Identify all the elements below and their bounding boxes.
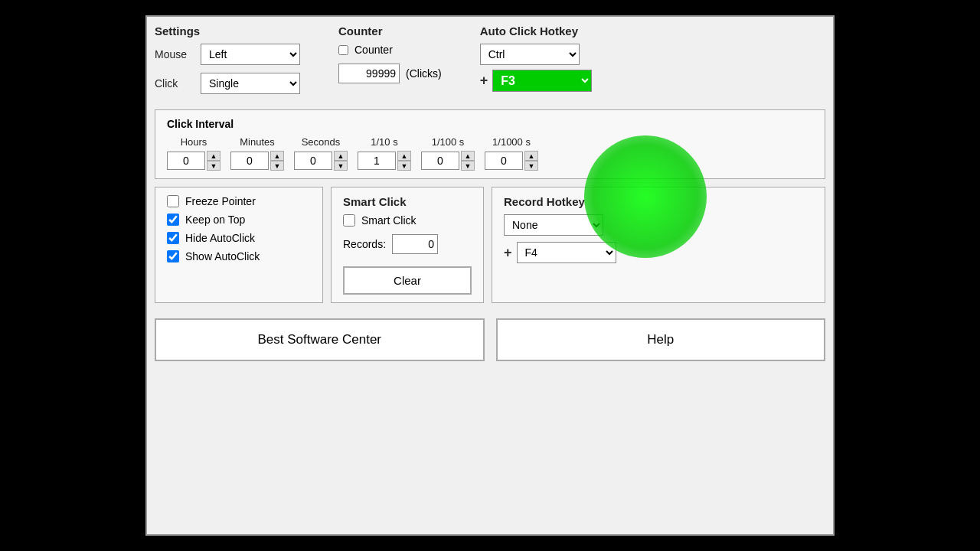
hotkey-modifier-select[interactable]: None Ctrl Alt Shift <box>480 44 580 65</box>
seconds-label: Seconds <box>302 136 341 148</box>
clicks-unit: (Clicks) <box>406 67 442 80</box>
hundredth-input[interactable] <box>421 152 459 170</box>
auto-click-hotkey-title: Auto Click Hotkey <box>480 24 593 37</box>
hotkey-key-select[interactable]: F1F2F3 F4F5F6 <box>492 70 592 92</box>
minutes-up-btn[interactable]: ▲ <box>270 151 284 161</box>
click-interval-label: Click Interval <box>167 118 813 130</box>
tenth-label: 1/10 s <box>371 136 397 148</box>
show-autoclicker-checkbox[interactable] <box>167 250 179 262</box>
settings-title: Settings <box>155 24 300 37</box>
click-interval-section: Click Interval Hours ▲ ▼ Minutes <box>155 109 825 179</box>
counter-section: Counter Counter 99999 (Clicks) <box>338 24 442 102</box>
hide-autoclicker-checkbox[interactable] <box>167 232 179 244</box>
click-select[interactable]: Single Double <box>201 73 300 94</box>
plus-sign: + <box>480 73 488 89</box>
record-hotkey-title: Record Hotkey <box>504 195 813 208</box>
thousandth-up-btn[interactable]: ▲ <box>524 151 538 161</box>
app-window: Settings Mouse Left Right Middle Click S… <box>145 15 835 536</box>
seconds-input[interactable] <box>294 152 332 170</box>
tenth-input[interactable] <box>358 152 396 170</box>
records-input[interactable] <box>392 234 438 254</box>
smart-click-label: Smart Click <box>361 214 416 227</box>
seconds-up-btn[interactable]: ▲ <box>334 151 348 161</box>
minutes-input[interactable] <box>230 152 269 170</box>
freeze-pointer-checkbox[interactable] <box>167 195 179 207</box>
keep-on-top-checkbox[interactable] <box>167 214 179 226</box>
thousandth-down-btn[interactable]: ▼ <box>524 161 538 171</box>
smart-click-checkbox[interactable] <box>343 214 355 227</box>
hundredth-down-btn[interactable]: ▼ <box>461 161 475 171</box>
keep-on-top-label: Keep on Top <box>185 214 245 226</box>
mouse-select[interactable]: Left Right Middle <box>201 44 300 65</box>
auto-click-hotkey-section: Auto Click Hotkey None Ctrl Alt Shift + … <box>480 24 593 102</box>
settings-section: Settings Mouse Left Right Middle Click S… <box>155 24 300 102</box>
hide-autoclicker-label: Hide AutoClick <box>185 232 255 244</box>
mouse-label: Mouse <box>155 48 193 60</box>
best-software-center-button[interactable]: Best Software Center <box>155 318 485 361</box>
hours-label: Hours <box>181 136 207 148</box>
record-modifier-select[interactable]: None Ctrl Alt Shift <box>504 214 603 236</box>
clicks-input[interactable]: 99999 <box>338 64 400 83</box>
hours-up-btn[interactable]: ▲ <box>207 151 220 161</box>
smart-click-section: Smart Click Smart Click Records: Clear <box>331 187 484 303</box>
hundredth-label: 1/100 s <box>432 136 465 148</box>
thousandth-label: 1/1000 s <box>492 136 531 148</box>
hours-down-btn[interactable]: ▼ <box>207 161 220 171</box>
freeze-pointer-label: Freeze Pointer <box>185 195 256 207</box>
tenth-up-btn[interactable]: ▲ <box>397 151 411 161</box>
smart-click-title: Smart Click <box>343 195 472 208</box>
hundredth-up-btn[interactable]: ▲ <box>461 151 475 161</box>
records-label: Records: <box>343 238 386 250</box>
counter-title: Counter <box>338 24 442 37</box>
record-plus-sign: + <box>504 245 512 261</box>
show-autoclicker-label: Show AutoClick <box>185 250 260 262</box>
record-key-select[interactable]: F1F2F3 F4F5F6 <box>517 242 616 263</box>
minutes-down-btn[interactable]: ▼ <box>270 161 284 171</box>
counter-checkbox-label: Counter <box>354 44 393 56</box>
tenth-down-btn[interactable]: ▼ <box>397 161 411 171</box>
seconds-down-btn[interactable]: ▼ <box>334 161 348 171</box>
minutes-label: Minutes <box>240 136 275 148</box>
hours-input[interactable] <box>167 152 205 170</box>
thousandth-input[interactable] <box>485 152 523 170</box>
checkboxes-section: Freeze Pointer Keep on Top Hide AutoClic… <box>155 187 323 303</box>
record-hotkey-section: Record Hotkey None Ctrl Alt Shift + F1F2… <box>492 187 825 303</box>
clear-button[interactable]: Clear <box>343 266 472 295</box>
help-button[interactable]: Help <box>496 318 826 361</box>
click-label: Click <box>155 77 193 90</box>
counter-checkbox[interactable] <box>338 45 348 55</box>
